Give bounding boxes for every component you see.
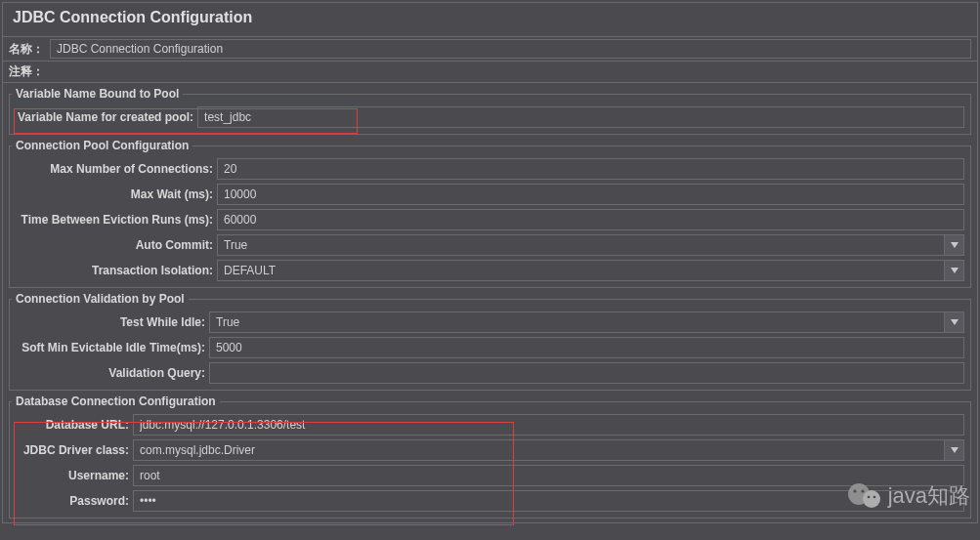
comment-label: 注释： <box>9 63 44 80</box>
svg-point-4 <box>867 496 870 499</box>
watermark-text: java知路 <box>888 481 970 511</box>
watermark: java知路 <box>847 481 970 511</box>
auto-commit-select[interactable] <box>217 234 945 256</box>
transaction-isolation-select[interactable] <box>217 260 945 281</box>
name-row: 名称： <box>3 36 977 61</box>
test-while-idle-label: Test While Idle: <box>16 315 205 329</box>
max-connections-input[interactable] <box>217 158 964 180</box>
max-wait-input[interactable] <box>217 184 964 205</box>
pool-name-label: Variable Name for created pool: <box>16 110 193 124</box>
soft-min-evictable-input[interactable] <box>209 337 964 358</box>
db-url-input[interactable] <box>133 414 964 436</box>
variable-name-section: Variable Name Bound to Pool Variable Nam… <box>9 87 971 135</box>
config-panel: JDBC Connection Configuration 名称： 注释： Va… <box>2 2 978 523</box>
validation-query-label: Validation Query: <box>16 366 205 380</box>
validation-query-input[interactable] <box>209 362 964 384</box>
wechat-icon <box>847 482 882 510</box>
test-while-idle-dropdown-icon[interactable] <box>945 312 964 333</box>
max-wait-label: Max Wait (ms): <box>16 187 213 201</box>
panel-title: JDBC Connection Configuration <box>3 3 977 36</box>
transaction-isolation-label: Transaction Isolation: <box>16 264 213 277</box>
username-input[interactable] <box>133 465 964 486</box>
variable-name-legend: Variable Name Bound to Pool <box>12 87 183 101</box>
password-input[interactable] <box>133 490 964 512</box>
svg-point-5 <box>873 496 875 499</box>
auto-commit-label: Auto Commit: <box>16 238 213 252</box>
max-connections-label: Max Number of Connections: <box>16 162 213 176</box>
eviction-runs-input[interactable] <box>217 209 964 230</box>
database-connection-section: Database Connection Configuration Databa… <box>9 395 971 519</box>
driver-class-label: JDBC Driver class: <box>16 443 129 457</box>
eviction-runs-label: Time Between Eviction Runs (ms): <box>16 213 213 227</box>
password-label: Password: <box>16 494 129 508</box>
database-connection-legend: Database Connection Configuration <box>12 395 220 408</box>
pool-name-input[interactable] <box>197 106 964 128</box>
username-label: Username: <box>16 469 129 482</box>
driver-class-select[interactable] <box>133 439 945 461</box>
validation-section: Connection Validation by Pool Test While… <box>9 292 971 391</box>
soft-min-evictable-label: Soft Min Evictable Idle Time(ms): <box>16 341 205 354</box>
auto-commit-dropdown-icon[interactable] <box>945 234 964 256</box>
transaction-isolation-dropdown-icon[interactable] <box>945 260 964 281</box>
driver-class-dropdown-icon[interactable] <box>945 439 964 461</box>
svg-point-1 <box>863 490 880 508</box>
name-input[interactable] <box>50 39 971 59</box>
test-while-idle-select[interactable] <box>209 312 945 333</box>
validation-legend: Connection Validation by Pool <box>12 292 189 306</box>
db-url-label: Database URL: <box>16 418 129 432</box>
comment-row: 注释： <box>3 61 977 83</box>
connection-pool-legend: Connection Pool Configuration <box>12 139 192 152</box>
svg-point-2 <box>853 489 856 492</box>
name-label: 名称： <box>9 41 44 58</box>
connection-pool-section: Connection Pool Configuration Max Number… <box>9 139 971 288</box>
svg-point-3 <box>861 489 864 492</box>
